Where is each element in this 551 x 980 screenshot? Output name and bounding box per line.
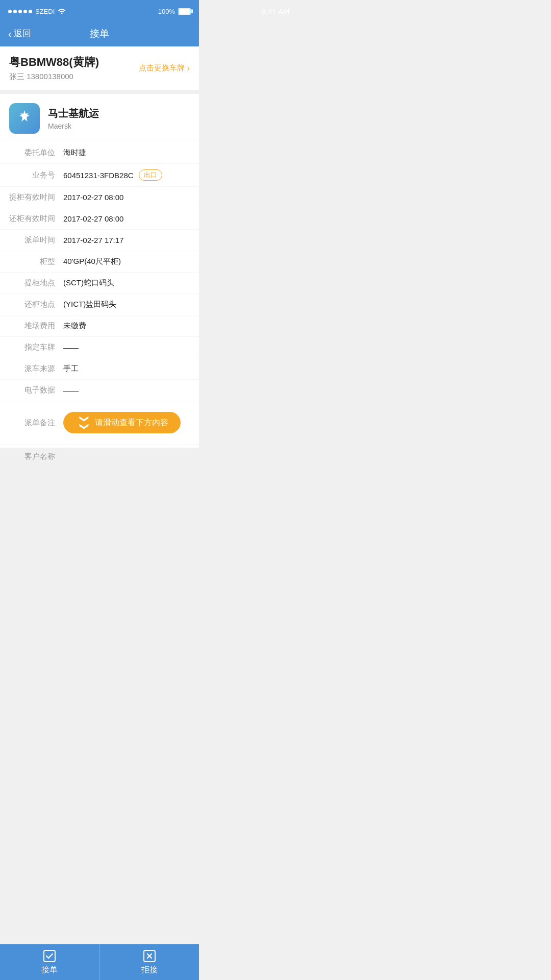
label-paicheyuanlai: 派车来源 (9, 364, 55, 374)
battery-icon (178, 8, 191, 15)
value-huiguidizhi: (YICT)盐田码头 (63, 300, 190, 309)
value-yewuhao: 60451231-3FDB28C 出口 (63, 169, 190, 181)
details-section: 委托单位 海时捷 业务号 60451231-3FDB28C 出口 提柜有效时间 … (0, 139, 199, 448)
detail-row-dianzishuju: 电子数据 —— (0, 380, 199, 401)
label-yewuhao: 业务号 (9, 170, 55, 180)
change-plate-label: 点击更换车牌 (139, 63, 185, 73)
back-button[interactable]: ‹ 返回 (8, 28, 31, 39)
label-guixing: 柜型 (9, 257, 55, 266)
value-tiguiyouxiao: 2017-02-27 08:00 (63, 193, 190, 202)
detail-row-tiguidizhi: 提柜地点 (SCT)蛇口码头 (0, 273, 199, 294)
value-paidanshijian: 2017-02-27 17:17 (63, 236, 190, 244)
detail-row-duichangfeiyong: 堆场费用 未缴费 (0, 315, 199, 337)
partial-label-text: 客户名称 (9, 452, 55, 461)
status-bar: SZEDI 9:41 AM 100% (0, 0, 199, 22)
detail-row-weituodanwei: 委托单位 海时捷 (0, 142, 199, 164)
nav-bar: ‹ 返回 接单 (0, 22, 199, 46)
detail-row-guixing: 柜型 40'GP(40尺平柜) (0, 251, 199, 273)
value-paidanbeizhu: ❮❮ 请滑动查看下方内容 (63, 407, 190, 438)
label-tiguidizhi: 提柜地点 (9, 278, 55, 288)
value-dianzishuju: —— (63, 386, 190, 395)
detail-row-paicheyuanlai: 派车来源 手工 (0, 358, 199, 380)
company-section: 马士基航运 Maersk (0, 94, 199, 139)
label-zhidingchepai: 指定车牌 (9, 342, 55, 352)
detail-row-yewuhao: 业务号 60451231-3FDB28C 出口 (0, 164, 199, 187)
signal-dots (8, 10, 32, 13)
label-tiguiyouxiao: 提柜有效时间 (9, 192, 55, 202)
detail-row-paidanbeizhu: 派单备注 ❮❮ 请滑动查看下方内容 (0, 401, 199, 445)
back-label: 返回 (14, 28, 31, 39)
label-paidanshijian: 派单时间 (9, 235, 55, 245)
detail-row-paidanshijian: 派单时间 2017-02-27 17:17 (0, 230, 199, 251)
carrier-label: SZEDI (35, 8, 55, 15)
business-number: 60451231-3FDB28C (63, 171, 134, 180)
company-logo (9, 103, 40, 134)
vehicle-plate: 粤BBMW88(黄牌) (9, 55, 99, 70)
scroll-prompt-label: 请滑动查看下方内容 (95, 418, 168, 428)
value-zhidingchepai: —— (63, 343, 190, 352)
company-name-en: Maersk (48, 122, 99, 130)
partial-bottom-label: 客户名称 (0, 448, 199, 463)
value-duichangfeiyong: 未缴费 (63, 321, 190, 331)
detail-row-tiguiyouxiao: 提柜有效时间 2017-02-27 08:00 (0, 187, 199, 208)
value-tiguidizhi: (SCT)蛇口码头 (63, 278, 190, 288)
label-duichangfeiyong: 堆场费用 (9, 321, 55, 331)
company-name-cn: 马士基航运 (48, 107, 99, 120)
detail-row-huiguiyouxiao: 还柜有效时间 2017-02-27 08:00 (0, 208, 199, 230)
vehicle-info: 粤BBMW88(黄牌) 张三 13800138000 (9, 55, 99, 82)
change-plate-arrow-icon: › (187, 63, 190, 74)
label-paidanbeizhu: 派单备注 (9, 418, 55, 428)
nav-title: 接单 (90, 27, 109, 40)
vehicle-section: 粤BBMW88(黄牌) 张三 13800138000 点击更换车牌 › (0, 46, 199, 94)
company-info: 马士基航运 Maersk (48, 107, 99, 130)
status-right: 100% (158, 8, 191, 15)
detail-row-zhidingchepai: 指定车牌 —— (0, 337, 199, 358)
label-dianzishuju: 电子数据 (9, 385, 55, 395)
scroll-down-icon: ❮❮ (78, 415, 89, 430)
value-weituodanwei: 海时捷 (63, 148, 190, 158)
wifi-icon (58, 7, 66, 15)
label-huiguiyouxiao: 还柜有效时间 (9, 214, 55, 224)
change-plate-button[interactable]: 点击更换车牌 › (139, 63, 190, 74)
battery-percent: 100% (158, 8, 175, 15)
label-huiguidizhi: 还柜地点 (9, 300, 55, 309)
detail-row-huiguidizhi: 还柜地点 (YICT)盐田码头 (0, 294, 199, 315)
value-guixing: 40'GP(40尺平柜) (63, 257, 190, 266)
scroll-prompt-button[interactable]: ❮❮ 请滑动查看下方内容 (63, 412, 181, 433)
status-left: SZEDI (8, 7, 66, 15)
back-arrow-icon: ‹ (8, 29, 12, 39)
value-huiguiyouxiao: 2017-02-27 08:00 (63, 214, 190, 223)
export-badge: 出口 (139, 169, 162, 181)
vehicle-owner: 张三 13800138000 (9, 72, 99, 82)
value-paicheyuanlai: 手工 (63, 364, 190, 374)
label-weituodanwei: 委托单位 (9, 148, 55, 158)
